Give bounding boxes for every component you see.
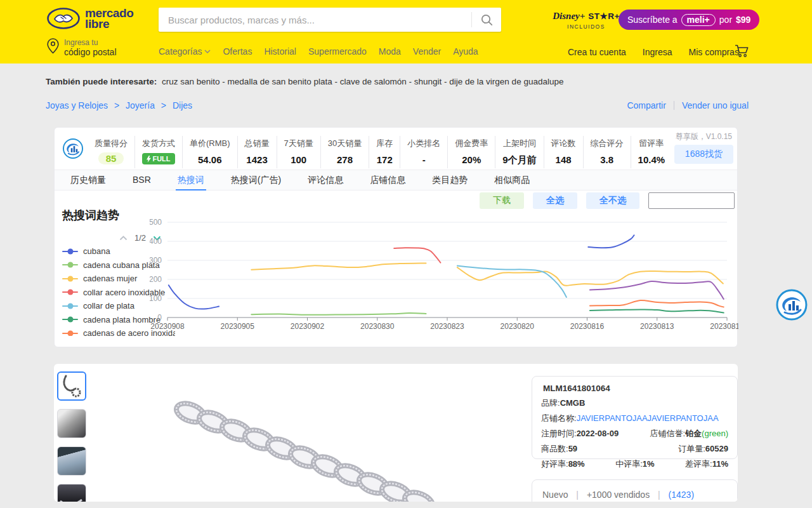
site-header: mercado libre Disney+ ST★R+ INCLUIDOS Su…	[0, 0, 812, 64]
stat-stock: 库存172	[369, 136, 400, 168]
postal-line1: Ingresa tu	[64, 38, 117, 47]
legend-marker	[62, 264, 78, 265]
nav-ingresa[interactable]: Ingresa	[643, 47, 672, 57]
nav-ofertas[interactable]: Ofertas	[223, 46, 252, 57]
thumbnail-model-dark-photo[interactable]	[57, 484, 86, 502]
legend-marker	[62, 291, 78, 293]
main-nav: Categorías Ofertas Historial Supermercad…	[159, 46, 478, 57]
search-input[interactable]	[159, 15, 471, 25]
nav-ayuda[interactable]: Ayuda	[453, 46, 478, 57]
breadcrumb-joyeria[interactable]: Joyería	[126, 100, 155, 110]
chart-title: 热搜词趋势	[62, 208, 119, 223]
keyword-filter-input[interactable]	[648, 192, 735, 209]
legend-marker	[62, 333, 78, 334]
mercadolibre-logo[interactable]: mercado libre	[47, 7, 133, 30]
location-pin-icon	[47, 38, 59, 54]
nav-vender[interactable]: Vender	[413, 46, 441, 57]
svg-text:20230813: 20230813	[640, 322, 674, 331]
svg-text:500: 500	[150, 218, 162, 227]
tab-resenas[interactable]: 评论信息	[294, 170, 357, 190]
meli-plus-subscribe-button[interactable]: Suscríbete a meli+ por $99	[619, 10, 759, 30]
disney-plus-logo: Disney+	[553, 11, 585, 22]
necklace-highlight	[58, 485, 84, 502]
download-button[interactable]: 下载	[480, 192, 524, 209]
tab-bsr[interactable]: BSR	[119, 170, 164, 190]
1688-source-button[interactable]: 1688找货	[674, 145, 733, 164]
subscribe-por: por	[719, 15, 732, 25]
stat-7day-sales: 7天销量100	[277, 136, 321, 168]
legend-marker	[62, 305, 78, 307]
logo-text: mercado libre	[85, 8, 133, 29]
breadcrumb-dijes[interactable]: Dijes	[173, 100, 192, 110]
shop-name-link[interactable]: JAVIERPANTOJAAJAVIERPANTOJAA	[577, 413, 719, 423]
svg-text:20230810: 20230810	[710, 322, 738, 331]
thumbnail-model-photo[interactable]	[57, 446, 86, 476]
tab-tienda[interactable]: 店铺信息	[357, 170, 419, 190]
tab-similares[interactable]: 相似商品	[481, 170, 543, 190]
breadcrumb-joyas-y-relojes[interactable]: Joyas y Relojes	[46, 100, 108, 110]
listing-status-card: Nuevo | +1000 vendidos | (1423)	[532, 479, 738, 502]
product-image-cuban-chain[interactable]	[155, 369, 492, 502]
subscribe-price: $99	[736, 15, 750, 25]
select-all-button[interactable]: 全选	[533, 192, 577, 209]
nav-supermercado[interactable]: Supermercado	[308, 46, 367, 57]
nav-historial[interactable]: Historial	[264, 46, 296, 57]
related-searches-terms[interactable]: cruz san benito - medalla de san benito …	[162, 77, 563, 86]
tab-tendencia-categoria[interactable]: 类目趋势	[419, 170, 481, 190]
star-plus-logo: ST★R+	[588, 11, 620, 21]
breadcrumb: Joyas y Relojes > Joyería > Dijes	[46, 100, 192, 110]
chart-toolbar: 下载 全选 全不选	[480, 192, 735, 209]
store-info-card: MLM1641801064 品牌:CMGB 店铺名称:JAVIERPANTOJA…	[532, 376, 738, 459]
tab-palabras-anuncios[interactable]: 热搜词(广告)	[218, 170, 294, 190]
stat-unit-price: 单价(RMB)54.06	[183, 136, 238, 168]
brand-row: 品牌:CMGB	[541, 398, 728, 409]
full-shipping-badge: FULL	[142, 153, 174, 164]
review-count-link[interactable]: (1423)	[669, 490, 694, 500]
stat-listing-age: 上架时间9个月前	[495, 136, 544, 168]
breadcrumb-separator: >	[114, 100, 119, 110]
nav-mis-compras[interactable]: Mis compras	[689, 47, 739, 57]
whale-analytics-logo-icon	[62, 138, 84, 159]
page: mercado libre Disney+ ST★R+ INCLUIDOS Su…	[0, 0, 812, 508]
sell-one-link[interactable]: Vender uno igual	[682, 100, 749, 110]
subscribe-text: Suscríbete a	[627, 15, 678, 25]
related-searches: También puede interesarte: cruz san beni…	[46, 77, 563, 86]
thumbnail-chain-outline[interactable]	[57, 371, 86, 401]
ratings-row: 好评率:88% 中评率:1% 差评率:11%	[541, 458, 728, 470]
thumbnail-chains-photo[interactable]	[57, 409, 86, 438]
tab-palabras-calientes[interactable]: 热搜词	[164, 170, 218, 190]
products-orders-row: 商品数:59 订单量:60529	[541, 443, 728, 455]
postal-code-entry[interactable]: Ingresa tu código postal	[47, 38, 117, 57]
account-nav: Crea tu cuenta Ingresa Mis compras	[568, 47, 739, 57]
nav-crea-tu-cuenta[interactable]: Crea tu cuenta	[568, 47, 626, 57]
nav-categorias[interactable]: Categorías	[159, 46, 211, 57]
condition-label: Nuevo	[542, 490, 568, 500]
thumbnail-strip	[57, 371, 86, 502]
search-button[interactable]	[472, 8, 501, 32]
tab-historial-ventas[interactable]: 历史销量	[57, 170, 119, 190]
share-link[interactable]: Compartir	[627, 100, 665, 110]
svg-text:0: 0	[157, 313, 162, 322]
analytics-tabs: 历史销量 BSR 热搜词 热搜词(广告) 评论信息 店铺信息 类目趋势 相似商品	[55, 170, 737, 190]
svg-text:20230902: 20230902	[291, 322, 325, 331]
stats-row: 质量得分 85 发货方式 FULL 单价(RMB)54.06 总销量1423 7…	[88, 136, 672, 168]
related-searches-label: También puede interesarte:	[46, 77, 157, 86]
legend-page-up-icon[interactable]	[119, 236, 128, 241]
whale-analytics-logo-icon	[775, 288, 808, 321]
handshake-logo-icon	[47, 7, 80, 30]
svg-text:400: 400	[150, 237, 162, 246]
cart-button[interactable]	[735, 44, 749, 60]
stat-quality-score: 质量得分 85	[88, 136, 135, 168]
analytics-extension-launcher[interactable]	[775, 288, 808, 321]
select-none-button[interactable]: 全不选	[586, 192, 639, 209]
extension-version-label: 尊享版，V1.0.15	[676, 131, 732, 142]
legend-marker	[62, 278, 78, 279]
svg-text:20230908: 20230908	[150, 322, 185, 331]
nav-moda[interactable]: Moda	[379, 46, 401, 57]
svg-text:100: 100	[150, 294, 162, 303]
stat-overall-rating: 综合评分3.8	[584, 136, 631, 168]
stat-review-count: 评论数148	[544, 136, 584, 168]
promo-included-label: INCLUIDOS	[556, 23, 617, 30]
shop-row: 店铺名称:JAVIERPANTOJAAJAVIERPANTOJAA	[541, 413, 728, 424]
chevron-down-icon	[204, 50, 211, 53]
